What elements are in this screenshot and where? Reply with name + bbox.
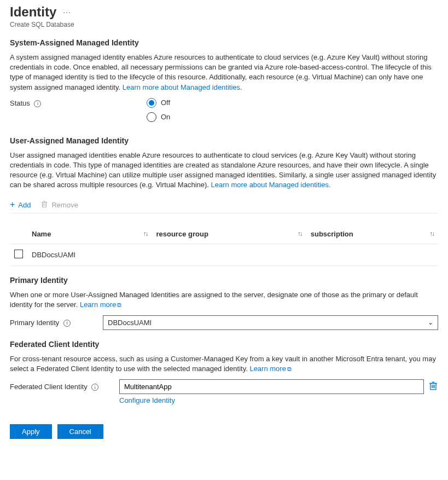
row-checkbox[interactable]: [14, 250, 23, 258]
trash-icon: [40, 200, 48, 210]
external-link-icon: ⧉: [287, 366, 292, 372]
system-assigned-learn-more-link[interactable]: Learn more about Managed identities.: [123, 83, 242, 91]
col-rg[interactable]: resource group↑↓: [152, 224, 306, 244]
system-assigned-heading: System-Assigned Managed Identity: [10, 38, 438, 47]
configure-identity-link[interactable]: Configure Identity: [119, 396, 175, 404]
federated-input[interactable]: [119, 379, 424, 394]
plus-icon: +: [10, 200, 15, 209]
sort-icon[interactable]: ↑↓: [298, 230, 302, 238]
user-assigned-learn-more-link[interactable]: Learn more about Managed identities.: [211, 181, 331, 189]
federated-desc: For cross-tenant resource access, such a…: [10, 354, 438, 374]
user-assigned-heading: User-Assigned Managed Identity: [10, 136, 438, 145]
table-row[interactable]: DBDocsUAMI: [10, 244, 438, 265]
col-sub[interactable]: subscription↑↓: [306, 224, 438, 244]
primary-identity-select[interactable]: DBDocsUAMI ⌄: [103, 315, 438, 330]
cancel-button[interactable]: Cancel: [57, 424, 103, 439]
row-name: DBDocsUAMI: [27, 244, 152, 265]
info-icon[interactable]: i: [91, 384, 98, 391]
sort-icon[interactable]: ↑↓: [429, 230, 434, 238]
add-button[interactable]: + Add: [10, 200, 31, 210]
system-assigned-desc: A system assigned managed identity enabl…: [10, 53, 438, 92]
info-icon[interactable]: i: [63, 320, 71, 327]
external-link-icon: ⧉: [117, 302, 121, 308]
remove-button[interactable]: Remove: [40, 200, 78, 210]
user-assigned-desc: User assigned managed identities enable …: [10, 151, 438, 190]
primary-identity-desc: When one or more User-Assigned Managed I…: [10, 290, 438, 310]
breadcrumb: Create SQL Database: [10, 21, 438, 28]
status-radio-off[interactable]: Off: [147, 98, 438, 108]
apply-button[interactable]: Apply: [10, 424, 52, 439]
status-off-label: Off: [161, 99, 170, 107]
col-name[interactable]: Name↑↓: [27, 224, 152, 244]
primary-identity-label: Primary Identity: [10, 319, 59, 327]
federated-learn-more-link[interactable]: Learn more⧉: [249, 365, 291, 373]
delete-icon[interactable]: [428, 381, 438, 392]
row-sub: [306, 244, 438, 265]
info-icon[interactable]: i: [34, 100, 41, 107]
status-label: Status: [10, 99, 30, 107]
primary-learn-more-link[interactable]: Learn more⧉: [80, 300, 121, 309]
sort-icon[interactable]: ↑↓: [143, 230, 147, 238]
status-on-label: On: [161, 113, 170, 121]
more-icon[interactable]: ···: [63, 8, 71, 16]
federated-heading: Federated Client Identity: [10, 340, 438, 349]
status-radio-on[interactable]: On: [147, 112, 438, 122]
primary-identity-heading: Primary Identity: [10, 276, 438, 285]
federated-label: Federated Client Identity: [10, 383, 88, 391]
svg-rect-0: [43, 202, 46, 207]
page-title: Identity: [10, 4, 56, 20]
chevron-down-icon: ⌄: [428, 319, 433, 326]
identity-table: Name↑↓ resource group↑↓ subscription↑↓ D…: [10, 224, 438, 266]
row-rg: [152, 244, 306, 265]
